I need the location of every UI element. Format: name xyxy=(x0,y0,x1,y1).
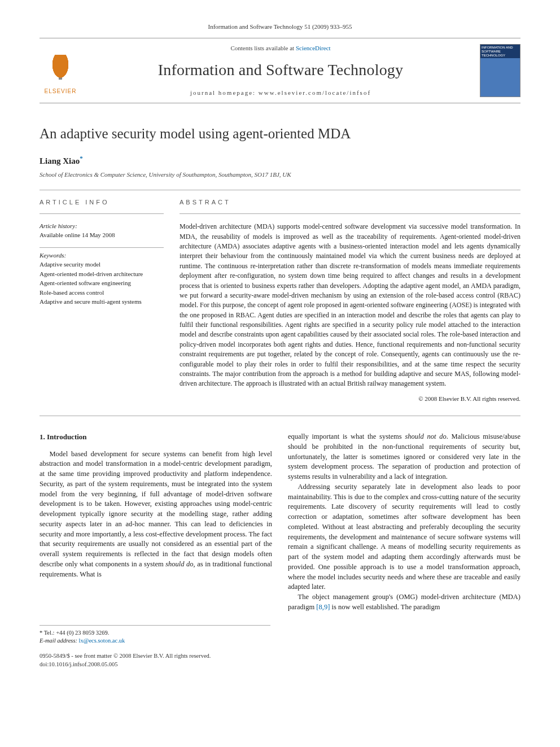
divider xyxy=(40,247,164,248)
author-text: Liang Xiao xyxy=(40,156,80,165)
body-emphasis: should do xyxy=(165,560,193,568)
sciencedirect-link[interactable]: ScienceDirect xyxy=(296,45,331,51)
journal-homepage-line: journal homepage: www.elsevier.com/locat… xyxy=(90,89,471,97)
email-label: E-mail address: xyxy=(40,637,79,644)
keywords-list: Adaptive security model Agent-oriented m… xyxy=(40,260,164,307)
body-paragraph: The object management group's (OMG) mode… xyxy=(288,592,520,613)
body-text: is now well established. The paradigm xyxy=(330,603,440,611)
cover-caption: INFORMATION AND SOFTWARE TECHNOLOGY xyxy=(480,45,520,58)
keyword-item: Adaptive security model xyxy=(40,260,164,269)
journal-masthead: ELSEVIER Contents lists available at Sci… xyxy=(40,38,520,103)
page-reference: Information and Software Technology 51 (… xyxy=(40,23,520,31)
article-title: An adaptive security model using agent-o… xyxy=(40,124,520,143)
section-heading: 1. Introduction xyxy=(40,432,272,442)
body-paragraph: equally important is what the systems sh… xyxy=(288,432,520,482)
keyword-item: Agent-oriented model-driven architecture xyxy=(40,269,164,279)
footnotes: * Tel.: +44 (0) 23 8059 3269. E-mail add… xyxy=(40,625,270,645)
keyword-item: Adaptive and secure multi-agent systems xyxy=(40,297,164,307)
body-column-left: 1. Introduction Model based development … xyxy=(40,432,272,613)
section-title-text: Introduction xyxy=(47,433,87,441)
divider xyxy=(40,213,164,214)
body-paragraph: Model based development for secure syste… xyxy=(40,449,272,580)
divider xyxy=(180,213,520,214)
article-info-heading: ARTICLE INFO xyxy=(40,198,164,207)
keyword-item: Role-based access control xyxy=(40,288,164,298)
divider xyxy=(40,190,520,190)
abstract-heading: ABSTRACT xyxy=(180,198,520,207)
body-emphasis: should not do xyxy=(405,433,446,440)
keywords-label: Keywords: xyxy=(40,251,164,260)
contents-prefix: Contents lists available at xyxy=(230,45,295,51)
author-affiliation: School of Electronics & Computer Science… xyxy=(40,171,520,179)
author-footnote-marker[interactable]: * xyxy=(80,155,83,161)
journal-cover-thumbnail: INFORMATION AND SOFTWARE TECHNOLOGY xyxy=(480,44,520,97)
section-number: 1. xyxy=(40,433,45,441)
author-name: Liang Xiao* xyxy=(40,154,520,167)
footnote-email: E-mail address: lx@ecs.soton.ac.uk xyxy=(40,637,270,645)
body-column-right: equally important is what the systems sh… xyxy=(288,432,520,613)
publisher-name: ELSEVIER xyxy=(45,88,77,95)
homepage-url: www.elsevier.com/locate/infsof xyxy=(259,89,371,96)
contents-available-line: Contents lists available at ScienceDirec… xyxy=(90,44,471,53)
abstract-column: ABSTRACT Model-driven architecture (MDA)… xyxy=(180,198,520,403)
tel-label: * Tel.: xyxy=(40,630,56,636)
abstract-text: Model-driven architecture (MDA) supports… xyxy=(180,222,520,389)
email-link[interactable]: lx@ecs.soton.ac.uk xyxy=(79,637,125,644)
divider xyxy=(40,416,520,416)
body-paragraph: Addressing security separately late in d… xyxy=(288,482,520,592)
body-two-column: 1. Introduction Model based development … xyxy=(40,432,520,613)
journal-name: Information and Software Technology xyxy=(90,59,471,81)
front-matter-line: 0950-5849/$ - see front matter © 2008 El… xyxy=(40,652,520,661)
footnote-tel: * Tel.: +44 (0) 23 8059 3269. xyxy=(40,629,270,637)
body-text: Model based development for secure syste… xyxy=(40,450,272,568)
homepage-prefix: journal homepage: xyxy=(190,89,259,96)
abstract-copyright: © 2008 Elsevier B.V. All rights reserved… xyxy=(180,395,520,403)
keyword-item: Agent-oriented software engineering xyxy=(40,278,164,288)
tel-number: +44 (0) 23 8059 3269. xyxy=(56,630,109,636)
article-history-label: Article history: xyxy=(40,222,164,230)
article-history-text: Available online 14 May 2008 xyxy=(40,231,164,239)
citation-link[interactable]: [8,9] xyxy=(316,603,330,611)
article-info-column: ARTICLE INFO Article history: Available … xyxy=(40,198,164,403)
body-text: equally important is what the systems xyxy=(288,433,405,440)
publisher-logo: ELSEVIER xyxy=(40,46,81,95)
doi-line: doi:10.1016/j.infsof.2008.05.005 xyxy=(40,661,520,669)
page-footer: 0950-5849/$ - see front matter © 2008 El… xyxy=(40,652,520,669)
elsevier-tree-icon xyxy=(46,55,75,88)
